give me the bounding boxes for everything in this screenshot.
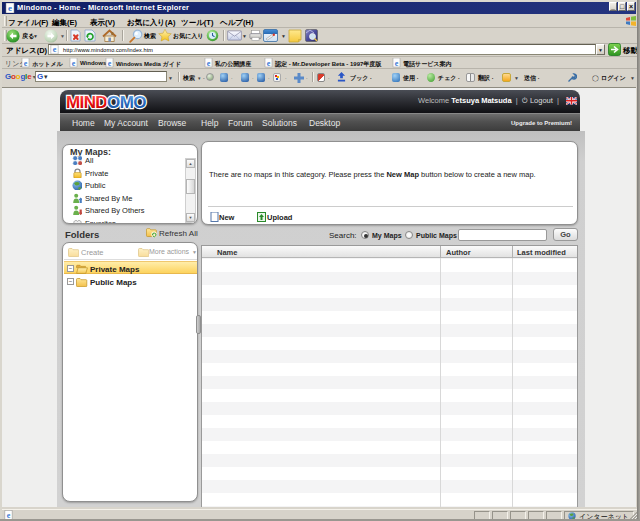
svg-text:MINDOMO: MINDOMO xyxy=(66,93,146,112)
svg-text:e: e xyxy=(8,3,12,13)
svg-text:e: e xyxy=(53,45,57,54)
